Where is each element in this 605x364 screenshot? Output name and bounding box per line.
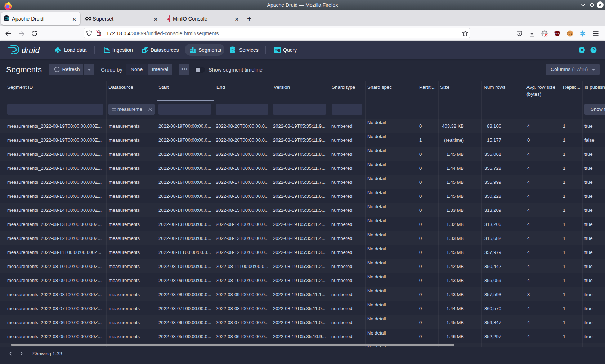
svg-text:?: ? [592,47,595,53]
svg-text:UO: UO [556,32,559,35]
